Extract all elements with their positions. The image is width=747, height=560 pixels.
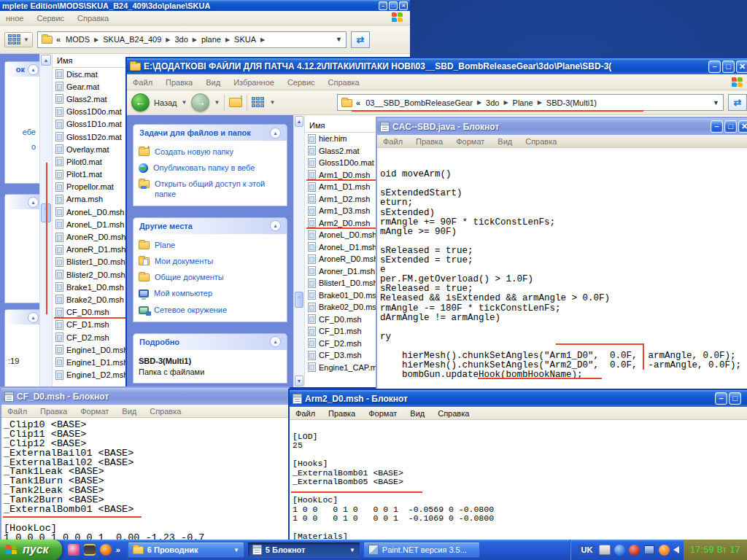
file-row[interactable]: Blister1_D0.msh xyxy=(53,256,130,268)
file-row[interactable]: AroneR_D1.msh xyxy=(53,244,130,256)
network-monitors-icon[interactable] xyxy=(643,545,655,555)
file-row[interactable]: Glass2.mat xyxy=(53,93,130,105)
menu-item[interactable]: Файл xyxy=(7,407,27,416)
maximize-button[interactable]: □ xyxy=(724,120,737,133)
taskbar-button-notepad-group[interactable]: 5 Блокнот ▼ xyxy=(247,542,360,558)
breadcrumb-bar[interactable]: « 03__SBD_BombReleaseGear▶3do▶Plane▶SBD-… xyxy=(337,94,724,111)
chevron-down-icon[interactable]: ▼ xyxy=(269,99,275,106)
close-icon[interactable]: × xyxy=(399,1,408,10)
breadcrumb-item[interactable]: 03__SBD_BombReleaseGear▶ xyxy=(364,98,483,107)
maximize-button[interactable]: □ xyxy=(389,1,398,10)
breadcrumb-bar[interactable]: « MODS▶SKUA_B24_409▶3do▶plane▶SKUA▶ ▼ xyxy=(37,31,347,48)
tray-app-red-icon[interactable] xyxy=(629,545,640,556)
views-button[interactable]: ▼ xyxy=(4,32,33,47)
menu-item[interactable]: Формат xyxy=(80,407,109,416)
file-tasks-header[interactable]: Задачи для файлов и папок ▲ xyxy=(133,125,287,141)
file-row[interactable]: AroneR_D0.msh xyxy=(53,230,130,243)
menu-item[interactable]: Файл xyxy=(295,409,315,418)
place-item[interactable]: Plane xyxy=(139,241,282,250)
file-row[interactable]: Pilot0.mat xyxy=(53,155,130,168)
scroll-up-icon[interactable]: ▲ xyxy=(41,55,51,66)
menu-item[interactable]: Вид xyxy=(498,137,512,146)
breadcrumb-item[interactable]: SKUA_B24_409▶ xyxy=(101,35,171,44)
chevron-down-icon[interactable]: ▼ xyxy=(713,99,719,106)
menu-item[interactable]: Файл xyxy=(133,78,152,87)
up-folder-button[interactable] xyxy=(229,98,242,107)
menu-item[interactable]: Файл xyxy=(383,137,403,146)
quick-launch-browser-icon[interactable] xyxy=(100,544,112,556)
file-row[interactable]: CF_D1.msh xyxy=(53,319,130,331)
clock[interactable]: 17:59 Вт 17 xyxy=(684,540,747,560)
file-row[interactable]: Engine1_D0.msh xyxy=(53,343,130,356)
menu-item[interactable]: Правка xyxy=(416,137,443,146)
titlebar[interactable]: CF_D0.msh - Блокнот xyxy=(1,388,288,405)
menu-item[interactable]: Правка xyxy=(40,407,67,416)
vertical-scrollbar[interactable]: ▲ ≡ xyxy=(39,54,53,394)
menu-item[interactable]: Сервис xyxy=(287,78,315,87)
views-button[interactable] xyxy=(252,97,265,108)
menu-item[interactable]: Избранное xyxy=(233,78,274,87)
breadcrumb-overflow-icon[interactable]: « xyxy=(56,35,61,44)
file-row[interactable]: Disc.mat xyxy=(53,68,130,80)
file-row[interactable]: Pilot1.mat xyxy=(53,168,130,181)
vertical-scrollbar[interactable]: ▲ ≡ ▼ xyxy=(293,115,305,387)
file-row[interactable]: Blister2_D0.msh xyxy=(53,268,130,281)
file-row[interactable]: Engine1_D1.msh xyxy=(53,356,130,368)
chevron-up-icon[interactable]: ▲ xyxy=(28,312,39,323)
titlebar[interactable]: Arm2_D0.msh - Блокнот – □ xyxy=(290,390,747,407)
scroll-down-icon[interactable]: ▼ xyxy=(295,376,303,386)
scrollbar-thumb[interactable]: ≡ xyxy=(295,292,303,308)
chevron-down-icon[interactable]: ▼ xyxy=(182,99,187,106)
minimize-button[interactable]: – xyxy=(708,61,721,73)
menu-item[interactable]: Вид xyxy=(122,407,136,416)
column-header-name[interactable]: Имя xyxy=(53,54,130,68)
antivirus-icon[interactable] xyxy=(659,545,670,556)
breadcrumb-item[interactable]: 3do▶ xyxy=(484,98,510,107)
file-row[interactable]: Gloss1D2o.mat xyxy=(53,131,130,143)
refresh-icon[interactable]: ⇄ xyxy=(728,94,747,111)
quick-launch-media-icon[interactable] xyxy=(68,544,80,556)
chevron-up-icon[interactable]: ▲ xyxy=(270,220,281,231)
file-row[interactable]: CF_D0.msh xyxy=(53,306,130,319)
menu-item[interactable]: Вид xyxy=(206,78,220,87)
text-editor-area[interactable]: _Clip10 <BASE>_Clip11 <BASE>_Clip12 <BAS… xyxy=(1,418,288,540)
file-row[interactable]: Propellor.mat xyxy=(53,181,130,193)
quick-launch-film-icon[interactable] xyxy=(84,544,96,556)
menu-item[interactable]: Правка xyxy=(166,78,193,87)
breadcrumb-item[interactable]: 3do▶ xyxy=(173,35,198,44)
quick-launch-overflow-icon[interactable]: » xyxy=(116,545,120,554)
minimize-button[interactable]: – xyxy=(711,120,723,133)
menu-item[interactable]: Справка xyxy=(328,78,360,87)
chevron-up-icon[interactable]: ▲ xyxy=(28,197,39,208)
breadcrumb-item[interactable]: SKUA▶ xyxy=(233,35,266,44)
place-item[interactable]: Общие документы xyxy=(139,273,282,282)
menu-item[interactable]: Правка xyxy=(328,409,355,418)
file-row[interactable]: CF_D2.msh xyxy=(53,331,130,343)
maximize-button[interactable]: □ xyxy=(722,61,735,73)
breadcrumb-item[interactable]: SBD-3(Multi1)▶ xyxy=(545,98,598,107)
chevron-down-icon[interactable]: ▼ xyxy=(336,36,342,43)
place-item[interactable]: Мой компьютер xyxy=(139,289,282,298)
text-editor-area[interactable]: [LOD]25[Hooks]_ExternalBomb01 <BASE>_Ext… xyxy=(290,420,747,540)
menu-item[interactable]: Справка xyxy=(150,407,181,416)
menu-item[interactable]: нное xyxy=(6,14,23,23)
taskbar-button-explorer-group[interactable]: 6 Проводник ▼ xyxy=(128,542,244,558)
text-editor-area[interactable]: oid moveArm()sExtendedStart)eturn;sExten… xyxy=(377,148,747,389)
place-item[interactable]: Мои документы xyxy=(139,257,282,266)
scroll-up-icon[interactable]: ▲ xyxy=(295,116,303,127)
maximize-button[interactable]: □ xyxy=(729,392,741,405)
titlebar[interactable]: CAC--SBD.java - Блокнот – □ ✕ xyxy=(377,118,747,135)
close-icon[interactable]: ✕ xyxy=(738,120,747,133)
menu-item[interactable]: Справка xyxy=(525,137,557,146)
titlebar[interactable]: E:\ДОДАТКОВІ ФАЙЛИ ДЛЯ ПАТЧА 4.12.2\ЛІТА… xyxy=(127,58,747,74)
back-label[interactable]: Назад xyxy=(154,98,177,107)
task-pane-item[interactable]: Открыть общий доступ к этой папке xyxy=(139,179,282,198)
keyboard-icon[interactable] xyxy=(599,545,611,555)
menu-item[interactable]: Формат xyxy=(368,409,397,418)
close-icon[interactable]: ✕ xyxy=(736,61,747,73)
refresh-icon[interactable]: ⇄ xyxy=(351,31,370,48)
scrollbar-thumb[interactable]: ≡ xyxy=(41,203,51,222)
file-row[interactable]: Gloss1D1o.mat xyxy=(53,118,130,131)
minimize-button[interactable]: – xyxy=(379,1,387,10)
place-item[interactable]: Сетевое окружение xyxy=(139,306,282,315)
